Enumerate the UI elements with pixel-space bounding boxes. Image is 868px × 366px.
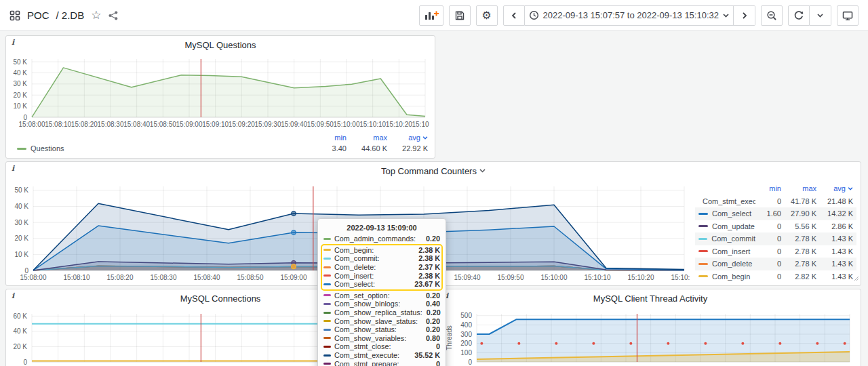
- svg-text:30 K: 30 K: [14, 219, 28, 226]
- svg-text:15:10:10: 15:10:10: [585, 274, 611, 281]
- panel-title-mysql-questions[interactable]: MySQL Questions: [6, 39, 435, 51]
- dashboard-settings-button[interactable]: ⚙: [476, 5, 498, 26]
- legend-avg-value: 1.43 K: [816, 260, 853, 268]
- questions-chart-canvas[interactable]: 010 K20 K30 K40 K50 K15:08:0015:08:1015:…: [12, 52, 429, 143]
- legend-row-Com_insert: Com_insert02.78 K1.43 K: [695, 245, 856, 258]
- legend-series-label[interactable]: Com_stmt_execute: [698, 197, 755, 205]
- legend-sort-max[interactable]: max: [781, 184, 816, 192]
- svg-text:10 K: 10 K: [14, 251, 28, 258]
- legend-avg-value: 1.43 K: [816, 272, 853, 281]
- legend-series-label[interactable]: Com_delete: [698, 260, 755, 268]
- panel-info-icon[interactable]: i: [12, 164, 14, 173]
- legend-min-value: 0: [755, 222, 781, 230]
- legend-header-row: min max avg: [17, 132, 428, 143]
- share-icon[interactable]: [108, 10, 119, 21]
- series-color-swatch: [323, 354, 331, 357]
- panel-menu-caret-icon: [479, 169, 486, 173]
- save-dashboard-button[interactable]: [449, 5, 471, 26]
- svg-text:15:09:10: 15:09:10: [202, 121, 229, 128]
- chevron-down-icon: [723, 14, 729, 18]
- kiosk-mode-button[interactable]: [837, 5, 859, 26]
- legend-series-label[interactable]: Com_commit: [698, 235, 755, 243]
- legend-sort-max[interactable]: max: [347, 134, 387, 142]
- tooltip-rows: Com_admin_commands:0.20Com_begin:2.38 KC…: [323, 235, 440, 366]
- time-range-button[interactable]: 2022-09-13 15:07:57 to 2022-09-13 15:10:…: [525, 5, 734, 26]
- series-color-swatch: [698, 238, 707, 240]
- time-range-back-button[interactable]: [503, 5, 525, 26]
- legend-min-value: 0: [755, 247, 781, 256]
- tooltip-series-value: 0.20: [427, 308, 441, 317]
- svg-text:0: 0: [23, 359, 27, 366]
- legend-sort-min[interactable]: min: [306, 134, 347, 142]
- panel-mysql-questions: i MySQL Questions 010 K20 K30 K40 K50 K1…: [5, 35, 435, 159]
- legend-avg-value: 2.86 K: [816, 222, 853, 230]
- time-range-forward-button[interactable]: [734, 5, 755, 26]
- breadcrumb: POC / 2.DB ☆: [9, 9, 119, 21]
- series-color-swatch: [323, 294, 331, 296]
- tooltip-series-value: 0.40: [426, 300, 440, 308]
- legend-max-value: 2.78 K: [781, 247, 816, 256]
- tooltip-series-label: Com_begin:: [334, 246, 414, 254]
- tooltip-series-value: 2.38 K: [418, 254, 440, 262]
- chevron-down-icon: [817, 14, 823, 18]
- apps-grid-icon[interactable]: [9, 10, 20, 21]
- svg-text:15:09:00: 15:09:00: [176, 121, 203, 128]
- panel-info-icon[interactable]: i: [12, 38, 14, 47]
- series-color-swatch: [698, 263, 708, 265]
- series-color-swatch: [323, 238, 331, 240]
- tooltip-row: Com_show_replica_status:0.20: [323, 308, 440, 317]
- star-icon[interactable]: ☆: [91, 9, 101, 21]
- refresh-icon: [793, 10, 804, 21]
- series-color-swatch: [698, 275, 708, 277]
- tooltip-series-label: Com_show_variables:: [334, 334, 422, 342]
- tooltip-series-label: Com_show_binlogs:: [334, 300, 422, 308]
- graph-hover-tooltip: 2022-09-13 15:09:00 Com_admin_commands:0…: [317, 218, 446, 366]
- save-icon: [454, 10, 465, 21]
- legend-sort-avg[interactable]: avg: [816, 184, 853, 192]
- refresh-interval-button[interactable]: [810, 5, 831, 26]
- tooltip-row: Com_delete:2.37 K: [323, 263, 440, 272]
- refresh-button[interactable]: [788, 5, 810, 26]
- svg-text:15:08:30: 15:08:30: [98, 121, 124, 128]
- breadcrumb-root[interactable]: POC: [27, 9, 50, 21]
- panel-title-thread-activity[interactable]: MySQL Client Thread Activity: [440, 292, 861, 304]
- legend-series-label[interactable]: Com_insert: [698, 247, 755, 256]
- legend-series-questions[interactable]: Questions: [17, 144, 306, 152]
- legend-sort-avg[interactable]: avg: [387, 134, 428, 142]
- panel-info-icon[interactable]: i: [12, 291, 14, 300]
- svg-text:200: 200: [460, 340, 472, 347]
- series-color-swatch: [323, 320, 331, 322]
- tooltip-series-value: 0: [436, 360, 440, 366]
- legend-sort-min[interactable]: min: [755, 184, 781, 192]
- panel-title-top-command-counters[interactable]: Top Command Counters: [6, 165, 861, 177]
- svg-text:15:10:30: 15:10:30: [671, 274, 690, 281]
- legend-series-label[interactable]: Com_select: [698, 209, 755, 218]
- tooltip-series-label: Com_show_status:: [334, 325, 422, 333]
- tooltip-row: Com_commit:2.38 K: [323, 254, 440, 263]
- svg-text:15:08:00: 15:08:00: [20, 274, 47, 281]
- chevron-left-icon: [511, 12, 517, 20]
- svg-text:0: 0: [468, 359, 472, 366]
- legend-series-label[interactable]: Com_begin: [698, 272, 755, 281]
- legend-avg-value: 1.43 K: [816, 247, 853, 256]
- tooltip-row: Com_admin_commands:0.20: [323, 235, 440, 243]
- series-color-swatch: [323, 303, 331, 305]
- zoom-out-button[interactable]: [761, 5, 783, 26]
- svg-text:15:08:00: 15:08:00: [19, 121, 45, 128]
- svg-text:15:08:20: 15:08:20: [107, 274, 134, 281]
- svg-text:15:10:00: 15:10:00: [334, 121, 360, 128]
- legend-series-label[interactable]: Com_update: [698, 222, 755, 230]
- tooltip-row: Com_show_status:0.20: [323, 325, 440, 334]
- tooltip-series-value: 0.20: [426, 235, 440, 243]
- threads-chart-canvas[interactable]: 0100200300400500Threads: [446, 306, 855, 366]
- legend-max-value: 5.56 K: [781, 222, 816, 230]
- breadcrumb-page[interactable]: / 2.DB: [56, 9, 85, 21]
- legend-avg-value: 1.43 K: [816, 235, 853, 243]
- add-panel-button[interactable]: [419, 5, 443, 26]
- svg-text:15:09:50: 15:09:50: [498, 274, 524, 281]
- svg-text:0: 0: [23, 114, 27, 121]
- panel-resize-handle[interactable]: [854, 272, 859, 284]
- legend-min-value: 0: [755, 235, 781, 243]
- tooltip-row: Com_show_slave_status:0.20: [323, 317, 440, 325]
- svg-text:15:10:00: 15:10:00: [541, 274, 568, 281]
